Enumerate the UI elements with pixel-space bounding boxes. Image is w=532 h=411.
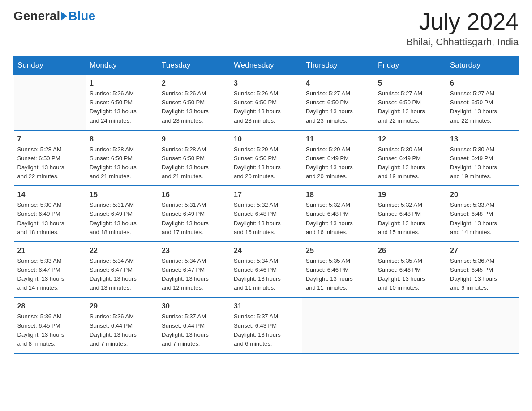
- calendar-cell: [446, 297, 519, 353]
- day-info: Sunrise: 5:35 AMSunset: 6:46 PMDaylight:…: [306, 257, 370, 293]
- logo-general-text: General: [13, 9, 60, 23]
- calendar-cell: 23Sunrise: 5:34 AMSunset: 6:47 PMDayligh…: [158, 242, 230, 298]
- calendar-cell: 13Sunrise: 5:30 AMSunset: 6:49 PMDayligh…: [446, 130, 519, 186]
- weekday-header-tuesday: Tuesday: [158, 56, 230, 75]
- day-number: 25: [306, 247, 370, 255]
- day-info: Sunrise: 5:28 AMSunset: 6:50 PMDaylight:…: [17, 145, 82, 181]
- day-number: 7: [17, 135, 82, 143]
- day-number: 1: [90, 79, 154, 87]
- calendar-cell: 19Sunrise: 5:32 AMSunset: 6:48 PMDayligh…: [374, 186, 446, 242]
- logo-arrow-icon: [61, 12, 67, 21]
- day-info: Sunrise: 5:29 AMSunset: 6:50 PMDaylight:…: [234, 145, 298, 181]
- weekday-header-friday: Friday: [374, 56, 446, 75]
- page-header: General Blue July 2024 Bhilai, Chhattisg…: [13, 9, 519, 48]
- calendar-week-row: 14Sunrise: 5:30 AMSunset: 6:49 PMDayligh…: [14, 186, 519, 242]
- day-info: Sunrise: 5:34 AMSunset: 6:46 PMDaylight:…: [234, 257, 298, 293]
- calendar-cell: 16Sunrise: 5:31 AMSunset: 6:49 PMDayligh…: [158, 186, 230, 242]
- day-info: Sunrise: 5:26 AMSunset: 6:50 PMDaylight:…: [234, 89, 298, 125]
- day-info: Sunrise: 5:37 AMSunset: 6:43 PMDaylight:…: [234, 312, 298, 348]
- day-number: 16: [162, 191, 226, 199]
- day-info: Sunrise: 5:27 AMSunset: 6:50 PMDaylight:…: [306, 89, 370, 125]
- day-info: Sunrise: 5:27 AMSunset: 6:50 PMDaylight:…: [450, 89, 515, 125]
- day-number: 14: [17, 191, 82, 199]
- day-number: 23: [162, 247, 226, 255]
- calendar-cell: 7Sunrise: 5:28 AMSunset: 6:50 PMDaylight…: [14, 130, 86, 186]
- day-info: Sunrise: 5:36 AMSunset: 6:45 PMDaylight:…: [17, 312, 82, 348]
- day-number: 28: [17, 302, 82, 310]
- calendar-cell: 12Sunrise: 5:30 AMSunset: 6:49 PMDayligh…: [374, 130, 446, 186]
- day-info: Sunrise: 5:31 AMSunset: 6:49 PMDaylight:…: [162, 201, 226, 237]
- weekday-header-row: SundayMondayTuesdayWednesdayThursdayFrid…: [14, 56, 519, 75]
- calendar-cell: 18Sunrise: 5:32 AMSunset: 6:48 PMDayligh…: [302, 186, 374, 242]
- day-number: 31: [234, 302, 298, 310]
- day-number: 10: [234, 135, 298, 143]
- day-number: 18: [306, 191, 370, 199]
- weekday-header-thursday: Thursday: [302, 56, 374, 75]
- day-info: Sunrise: 5:26 AMSunset: 6:50 PMDaylight:…: [90, 89, 154, 125]
- calendar-cell: 6Sunrise: 5:27 AMSunset: 6:50 PMDaylight…: [446, 75, 519, 130]
- day-info: Sunrise: 5:30 AMSunset: 6:49 PMDaylight:…: [17, 201, 82, 237]
- day-number: 26: [378, 247, 442, 255]
- day-info: Sunrise: 5:30 AMSunset: 6:49 PMDaylight:…: [378, 145, 442, 181]
- day-number: 15: [90, 191, 154, 199]
- calendar-cell: 30Sunrise: 5:37 AMSunset: 6:44 PMDayligh…: [158, 297, 230, 353]
- calendar-cell: 17Sunrise: 5:32 AMSunset: 6:48 PMDayligh…: [230, 186, 302, 242]
- day-info: Sunrise: 5:28 AMSunset: 6:50 PMDaylight:…: [90, 145, 154, 181]
- day-info: Sunrise: 5:36 AMSunset: 6:44 PMDaylight:…: [90, 312, 154, 348]
- day-number: 22: [90, 247, 154, 255]
- calendar-cell: 10Sunrise: 5:29 AMSunset: 6:50 PMDayligh…: [230, 130, 302, 186]
- weekday-header-wednesday: Wednesday: [230, 56, 302, 75]
- day-info: Sunrise: 5:33 AMSunset: 6:48 PMDaylight:…: [450, 201, 515, 237]
- day-number: 21: [17, 247, 82, 255]
- day-info: Sunrise: 5:30 AMSunset: 6:49 PMDaylight:…: [450, 145, 515, 181]
- day-info: Sunrise: 5:35 AMSunset: 6:46 PMDaylight:…: [378, 257, 442, 293]
- calendar-cell: 21Sunrise: 5:33 AMSunset: 6:47 PMDayligh…: [14, 242, 86, 298]
- day-info: Sunrise: 5:33 AMSunset: 6:47 PMDaylight:…: [17, 257, 82, 293]
- calendar-cell: 22Sunrise: 5:34 AMSunset: 6:47 PMDayligh…: [86, 242, 158, 298]
- day-number: 13: [450, 135, 515, 143]
- calendar-cell: 8Sunrise: 5:28 AMSunset: 6:50 PMDaylight…: [86, 130, 158, 186]
- calendar-cell: 25Sunrise: 5:35 AMSunset: 6:46 PMDayligh…: [302, 242, 374, 298]
- day-number: 12: [378, 135, 442, 143]
- calendar-cell: 2Sunrise: 5:26 AMSunset: 6:50 PMDaylight…: [158, 75, 230, 130]
- calendar-week-row: 21Sunrise: 5:33 AMSunset: 6:47 PMDayligh…: [14, 242, 519, 298]
- calendar-cell: 31Sunrise: 5:37 AMSunset: 6:43 PMDayligh…: [230, 297, 302, 353]
- day-number: 24: [234, 247, 298, 255]
- day-number: 5: [378, 79, 442, 87]
- logo-blue-text: Blue: [68, 9, 95, 23]
- calendar-cell: 4Sunrise: 5:27 AMSunset: 6:50 PMDaylight…: [302, 75, 374, 130]
- logo: General Blue: [13, 9, 95, 23]
- day-number: 17: [234, 191, 298, 199]
- day-info: Sunrise: 5:32 AMSunset: 6:48 PMDaylight:…: [306, 201, 370, 237]
- calendar-cell: 26Sunrise: 5:35 AMSunset: 6:46 PMDayligh…: [374, 242, 446, 298]
- day-info: Sunrise: 5:32 AMSunset: 6:48 PMDaylight:…: [234, 201, 298, 237]
- day-info: Sunrise: 5:34 AMSunset: 6:47 PMDaylight:…: [162, 257, 226, 293]
- day-number: 27: [450, 247, 515, 255]
- day-number: 2: [162, 79, 226, 87]
- day-number: 29: [90, 302, 154, 310]
- calendar-cell: 11Sunrise: 5:29 AMSunset: 6:49 PMDayligh…: [302, 130, 374, 186]
- weekday-header-saturday: Saturday: [446, 56, 519, 75]
- day-info: Sunrise: 5:26 AMSunset: 6:50 PMDaylight:…: [162, 89, 226, 125]
- calendar-cell: 28Sunrise: 5:36 AMSunset: 6:45 PMDayligh…: [14, 297, 86, 353]
- weekday-header-monday: Monday: [86, 56, 158, 75]
- calendar-week-row: 28Sunrise: 5:36 AMSunset: 6:45 PMDayligh…: [14, 297, 519, 353]
- day-info: Sunrise: 5:34 AMSunset: 6:47 PMDaylight:…: [90, 257, 154, 293]
- calendar-table: SundayMondayTuesdayWednesdayThursdayFrid…: [13, 56, 519, 354]
- location-subtitle: Bhilai, Chhattisgarh, India: [406, 36, 519, 48]
- calendar-cell: 24Sunrise: 5:34 AMSunset: 6:46 PMDayligh…: [230, 242, 302, 298]
- calendar-cell: 15Sunrise: 5:31 AMSunset: 6:49 PMDayligh…: [86, 186, 158, 242]
- calendar-cell: 27Sunrise: 5:36 AMSunset: 6:45 PMDayligh…: [446, 242, 519, 298]
- day-number: 4: [306, 79, 370, 87]
- calendar-cell: 9Sunrise: 5:28 AMSunset: 6:50 PMDaylight…: [158, 130, 230, 186]
- day-info: Sunrise: 5:32 AMSunset: 6:48 PMDaylight:…: [378, 201, 442, 237]
- calendar-cell: 14Sunrise: 5:30 AMSunset: 6:49 PMDayligh…: [14, 186, 86, 242]
- day-number: 6: [450, 79, 515, 87]
- weekday-header-sunday: Sunday: [14, 56, 86, 75]
- calendar-week-row: 1Sunrise: 5:26 AMSunset: 6:50 PMDaylight…: [14, 75, 519, 130]
- calendar-cell: 20Sunrise: 5:33 AMSunset: 6:48 PMDayligh…: [446, 186, 519, 242]
- calendar-week-row: 7Sunrise: 5:28 AMSunset: 6:50 PMDaylight…: [14, 130, 519, 186]
- day-info: Sunrise: 5:36 AMSunset: 6:45 PMDaylight:…: [450, 257, 515, 293]
- calendar-cell: 29Sunrise: 5:36 AMSunset: 6:44 PMDayligh…: [86, 297, 158, 353]
- day-number: 3: [234, 79, 298, 87]
